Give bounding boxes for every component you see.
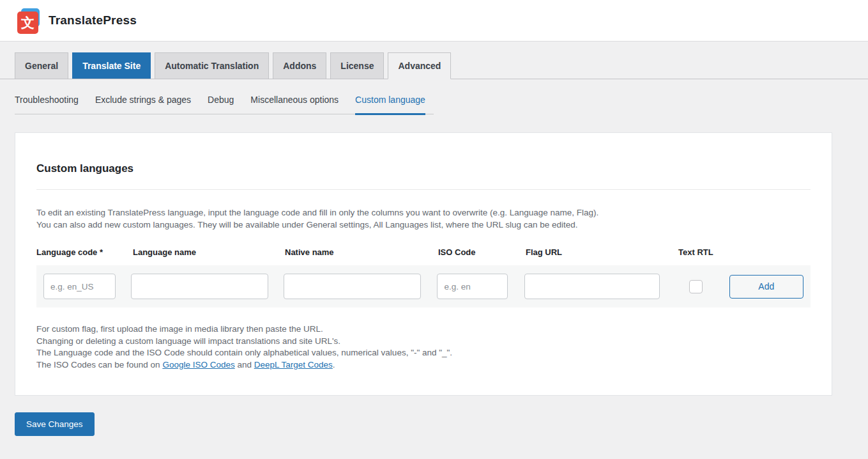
subtab-custom-language[interactable]: Custom language — [355, 86, 425, 115]
column-iso-code: ISO Code — [438, 247, 526, 257]
note-line-4-suffix: . — [333, 360, 335, 370]
description-line-1: To edit an existing TranslatePress langu… — [36, 206, 811, 219]
deepl-target-codes-link[interactable]: DeepL Target Codes — [254, 360, 333, 370]
column-language-code: Language code * — [36, 247, 133, 257]
section-heading: Custom languages — [36, 152, 811, 190]
note-line-2: Changing or deleting a custom language w… — [36, 336, 811, 348]
section-description: To edit an existing TranslatePress langu… — [36, 206, 811, 231]
tab-translate-site[interactable]: Translate Site — [72, 52, 151, 79]
custom-languages-card: Custom languages To edit an existing Tra… — [15, 132, 832, 396]
column-flag-url: Flag URL — [526, 247, 678, 257]
footer-notes: For custom flag, first upload the image … — [36, 323, 811, 371]
subtab-debug[interactable]: Debug — [208, 86, 234, 114]
app-header: 文 TranslatePress — [0, 0, 868, 42]
subtab-exclude-strings-pages[interactable]: Exclude strings & pages — [95, 86, 191, 114]
logo-red-square: 文 — [17, 12, 38, 34]
native-name-input[interactable] — [284, 274, 421, 299]
google-iso-codes-link[interactable]: Google ISO Codes — [162, 360, 234, 370]
main-tab-bar: General Translate Site Automatic Transla… — [0, 42, 868, 79]
subtab-troubleshooting[interactable]: Troubleshooting — [15, 86, 79, 114]
note-line-4-prefix: The ISO Codes can be found on — [36, 360, 162, 370]
add-button[interactable]: Add — [729, 275, 804, 299]
tab-advanced[interactable]: Advanced — [388, 52, 451, 79]
flag-url-input[interactable] — [524, 274, 659, 299]
note-line-3: The Language code and the ISO Code shoul… — [36, 347, 811, 359]
advanced-subnav: Troubleshooting Exclude strings & pages … — [15, 79, 434, 114]
tab-addons[interactable]: Addons — [273, 52, 326, 79]
language-code-input[interactable] — [43, 274, 116, 299]
note-line-1: For custom flag, first upload the image … — [36, 323, 811, 336]
save-changes-button[interactable]: Save Changes — [15, 412, 95, 436]
column-language-name: Language name — [133, 247, 285, 257]
column-native-name: Native name — [285, 247, 438, 257]
text-rtl-checkbox[interactable] — [689, 280, 703, 293]
tab-general[interactable]: General — [15, 52, 68, 79]
description-line-2: You can also add new custom languages. T… — [36, 219, 811, 231]
logo-glyph: 文 — [21, 14, 34, 32]
page-title: TranslatePress — [49, 13, 137, 27]
translatepress-logo-icon: 文 — [15, 6, 42, 35]
language-name-input[interactable] — [131, 274, 268, 299]
new-language-row: Add — [36, 265, 811, 307]
column-headers: Language code * Language name Native nam… — [36, 247, 811, 257]
iso-code-input[interactable] — [437, 274, 508, 299]
column-text-rtl: Text RTL — [678, 247, 811, 257]
note-line-4: The ISO Codes can be found on Google ISO… — [36, 359, 811, 371]
tab-license[interactable]: License — [330, 52, 384, 79]
note-line-4-middle: and — [235, 360, 254, 370]
tab-automatic-translation[interactable]: Automatic Translation — [155, 52, 269, 79]
subtab-miscellaneous-options[interactable]: Miscellaneous options — [250, 86, 339, 114]
